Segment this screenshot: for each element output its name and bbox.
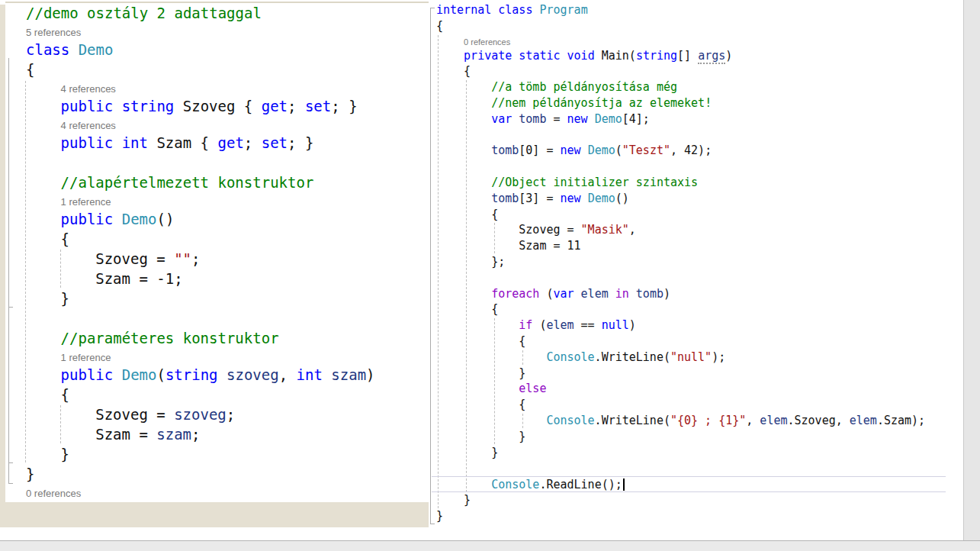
code-line[interactable]: Console.WriteLine("null");	[432, 350, 946, 366]
code-line[interactable]	[432, 159, 946, 175]
code-token: .WriteLine(	[595, 350, 670, 364]
code-line[interactable]: //demo osztály 2 adattaggal	[0, 3, 429, 23]
code-line[interactable]: Szoveg = "Masik",	[432, 222, 946, 238]
code-line[interactable]: {	[432, 397, 946, 413]
code-token: Szoveg =	[519, 223, 580, 237]
code-token	[609, 287, 615, 301]
code-line[interactable]: tomb[0] = new Demo("Teszt", 42);	[432, 143, 946, 159]
code-line[interactable]: {	[0, 229, 429, 249]
code-line[interactable]: //paraméteres konstruktor	[0, 328, 429, 348]
codelens-references[interactable]: 4 references	[0, 116, 429, 133]
code-token: new	[561, 143, 581, 157]
right-code-area[interactable]: internal class Program{0 referencespriva…	[429, 0, 963, 524]
code-token: {	[61, 386, 69, 403]
code-token: ;	[244, 134, 262, 151]
left-code-area[interactable]: //demo osztály 2 adattaggal5 referencesc…	[0, 0, 429, 501]
code-line[interactable]	[432, 127, 946, 143]
codelens-references[interactable]: 0 references	[432, 34, 946, 48]
code-line[interactable]	[432, 270, 946, 286]
code-token: );	[712, 350, 725, 364]
codelens-references[interactable]: 1 reference	[0, 192, 429, 209]
code-token: (	[156, 366, 165, 383]
codelens-references[interactable]: 4 references	[0, 79, 429, 96]
code-line[interactable]: class Demo	[0, 40, 429, 60]
code-token: string	[636, 49, 677, 63]
code-line[interactable]: {	[432, 301, 946, 317]
codelens-references[interactable]: 0 references	[0, 484, 429, 501]
left-horizontal-scrollbar-track[interactable]	[0, 502, 429, 527]
code-token: )	[629, 318, 636, 332]
code-token: }	[464, 493, 471, 507]
code-line[interactable]: Szam = -1;	[0, 269, 429, 288]
code-token: Demo	[588, 192, 615, 205]
code-line[interactable]: public string Szoveg { get; set; }	[0, 96, 429, 116]
code-line[interactable]: public Demo()	[0, 209, 429, 229]
code-line[interactable]: if (elem == null)	[432, 317, 946, 334]
code-line[interactable]: public Demo(string szoveg, int szam)	[0, 365, 429, 385]
code-token: var	[553, 287, 574, 301]
code-token: if	[519, 318, 532, 332]
code-line[interactable]: Console.WriteLine("{0} ; {1}", elem.Szov…	[432, 413, 946, 429]
code-line[interactable]: Szam = 11	[432, 238, 946, 254]
code-token: Console	[491, 478, 539, 491]
code-token: set	[305, 98, 331, 114]
left-editor-pane[interactable]: //demo osztály 2 adattaggal5 referencesc…	[0, 0, 429, 502]
code-line[interactable]: Szoveg = szoveg;	[0, 404, 429, 424]
code-token	[69, 41, 78, 58]
code-token: null	[602, 318, 629, 332]
code-line[interactable]: public int Szam { get; set; }	[0, 133, 429, 153]
code-token: (	[539, 287, 553, 301]
code-token: {	[436, 19, 443, 33]
code-line[interactable]: //a tömb példányosítása még	[432, 79, 946, 95]
code-token: Demo	[122, 211, 157, 227]
code-line[interactable]: {	[432, 18, 946, 34]
code-token: //paraméteres konstruktor	[61, 330, 279, 346]
code-line[interactable]: //Object initializer szintaxis	[432, 175, 946, 191]
code-line[interactable]: }	[0, 464, 429, 484]
right-editor-pane[interactable]: internal class Program{0 referencespriva…	[429, 0, 963, 540]
code-token: private static void	[464, 49, 595, 63]
code-token: };	[491, 255, 505, 269]
code-token: var	[491, 112, 512, 126]
code-line[interactable]: };	[432, 254, 946, 270]
code-line[interactable]: foreach (var elem in tomb)	[432, 286, 946, 302]
code-line[interactable]: Szoveg = "";	[0, 249, 429, 269]
code-token: {	[26, 61, 34, 78]
code-line[interactable]: {	[0, 60, 429, 79]
code-line[interactable]: }	[432, 429, 946, 445]
code-line[interactable]: private static void Main(string[] args)	[432, 48, 946, 64]
code-line[interactable]: }	[432, 508, 946, 524]
code-token	[113, 366, 121, 383]
code-line[interactable]	[432, 460, 946, 476]
code-line[interactable]: }	[0, 444, 429, 464]
codelens-references[interactable]: 1 reference	[0, 348, 429, 365]
code-line[interactable]: else	[432, 381, 946, 397]
code-token: }	[436, 509, 443, 523]
code-token: class	[26, 41, 69, 58]
code-line[interactable]: tomb[3] = new Demo()	[432, 191, 946, 207]
vertical-scrollbar-track[interactable]	[963, 0, 980, 540]
code-token: ; }	[331, 98, 357, 114]
codelens-references[interactable]: 5 references	[0, 23, 429, 40]
code-line[interactable]: {	[432, 63, 946, 79]
code-line[interactable]: var tomb = new Demo[4];	[432, 111, 946, 127]
code-line[interactable]: Szam = szam;	[0, 424, 429, 444]
code-line[interactable]: }	[432, 492, 946, 508]
code-line[interactable]: }	[432, 445, 946, 461]
left-pane-top-border	[5, 2, 429, 3]
code-line[interactable]: {	[432, 334, 946, 350]
code-token: Szoveg =	[95, 406, 174, 423]
code-token: szoveg	[174, 406, 227, 423]
code-line[interactable]: //alapértelmezett konstruktor	[0, 172, 429, 192]
code-line[interactable]: }	[0, 288, 429, 308]
code-line[interactable]	[0, 153, 429, 172]
code-line[interactable]	[0, 308, 429, 328]
code-line[interactable]: //nem példányosítja az elemeket!	[432, 95, 946, 111]
code-line[interactable]: {	[0, 385, 429, 404]
code-line[interactable]: Console.ReadLine();	[432, 476, 946, 492]
code-token: )	[366, 366, 374, 383]
code-line[interactable]: }	[432, 366, 946, 382]
text-cursor	[623, 478, 625, 491]
code-line[interactable]: internal class Program	[432, 2, 946, 18]
code-line[interactable]: {	[432, 207, 946, 223]
